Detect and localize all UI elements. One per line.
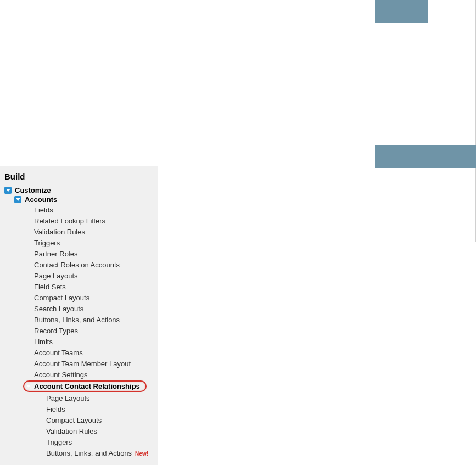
nav-account-teams[interactable]: Account Teams xyxy=(3,347,154,358)
tree-node-accounts[interactable]: Accounts xyxy=(3,195,154,204)
right-panel xyxy=(373,0,476,242)
setup-sidebar: Build Customize Accounts Fields Related … xyxy=(0,166,158,465)
new-badge: New! xyxy=(135,451,148,457)
nav-acr-page-layouts[interactable]: Page Layouts xyxy=(3,393,154,404)
top-placeholder-block xyxy=(375,0,428,23)
nav-acr-fields[interactable]: Fields xyxy=(3,404,154,415)
nav-acr-validation-rules[interactable]: Validation Rules xyxy=(3,425,154,436)
acr-label[interactable]: Account Contact Relationships xyxy=(34,382,140,390)
nav-acr-buttons-links-actions[interactable]: Buttons, Links, and ActionsNew! xyxy=(3,447,154,458)
nav-related-lookup-filters[interactable]: Related Lookup Filters xyxy=(3,215,154,226)
nav-buttons-links-actions[interactable]: Buttons, Links, and Actions xyxy=(3,314,154,325)
nav-acr-triggers[interactable]: Triggers xyxy=(3,436,154,447)
nav-acr-compact-layouts[interactable]: Compact Layouts xyxy=(3,415,154,425)
nav-validation-rules[interactable]: Validation Rules xyxy=(3,226,154,237)
tree-node-customize[interactable]: Customize xyxy=(3,186,154,195)
accounts-label[interactable]: Accounts xyxy=(25,195,57,204)
nav-search-layouts[interactable]: Search Layouts xyxy=(3,303,154,314)
nav-triggers[interactable]: Triggers xyxy=(3,237,154,248)
nav-compact-layouts[interactable]: Compact Layouts xyxy=(3,292,154,303)
nav-partner-roles[interactable]: Partner Roles xyxy=(3,248,154,259)
customize-label[interactable]: Customize xyxy=(15,186,51,194)
nav-limits[interactable]: Limits xyxy=(3,336,154,347)
nav-fields[interactable]: Fields xyxy=(3,204,154,215)
nav-contact-roles-on-accounts[interactable]: Contact Roles on Accounts xyxy=(3,259,154,270)
nav-page-layouts[interactable]: Page Layouts xyxy=(3,270,154,281)
nav-account-settings[interactable]: Account Settings xyxy=(3,369,154,380)
section-header-build: Build xyxy=(3,171,154,186)
chevron-down-icon[interactable] xyxy=(26,385,31,388)
nav-record-types[interactable]: Record Types xyxy=(3,325,154,336)
chevron-down-icon[interactable] xyxy=(14,196,21,203)
nav-field-sets[interactable]: Field Sets xyxy=(3,281,154,292)
chevron-down-icon[interactable] xyxy=(4,187,12,194)
bottom-placeholder-block xyxy=(375,145,476,168)
nav-account-team-member-layout[interactable]: Account Team Member Layout xyxy=(3,358,154,369)
tree-node-account-contact-relationships[interactable]: Account Contact Relationships xyxy=(23,380,147,392)
